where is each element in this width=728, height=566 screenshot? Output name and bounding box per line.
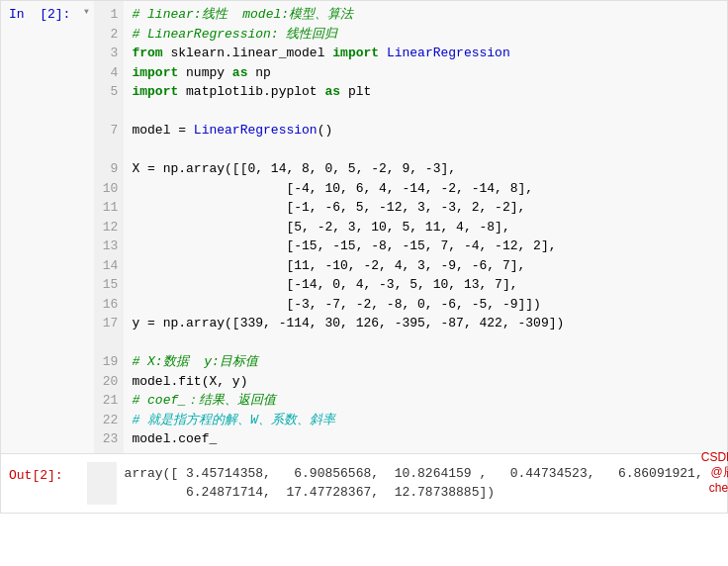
output-line: array([ 3.45714358, 6.90856568, 10.82641… [125, 464, 703, 484]
code-area[interactable]: # linear:线性 model:模型、算法 # LinearRegressi… [124, 1, 727, 453]
code-line: X = np.array([[0, 14, 8, 0, 5, -2, 9, -3… [132, 159, 719, 179]
code-line: [5, -2, 3, 10, 5, 11, 4, -8], [132, 218, 719, 237]
code-line: # X:数据 y:目标值 [132, 352, 719, 372]
code-line: model = LinearRegression() [132, 121, 719, 141]
code-line: # LinearRegression: 线性回归 [132, 25, 719, 45]
notebook-cell: In [2]: ▼ 1 2 3 4 5 7 9 10 11 12 13 14 1… [0, 0, 728, 514]
output-content: array([ 3.45714358, 6.90856568, 10.82641… [117, 462, 711, 505]
code-line: [11, -10, -2, 4, 3, -9, -6, 7], [132, 256, 719, 276]
fold-indicator[interactable]: ▼ [78, 1, 94, 453]
code-line: [-15, -15, -8, -15, 7, -4, -12, 2], [132, 236, 719, 256]
code-line: [-4, 10, 6, 4, -14, -2, -14, 8], [132, 179, 719, 199]
line-numbers: 1 2 3 4 5 7 9 10 11 12 13 14 15 16 17 19… [94, 1, 124, 453]
output-line: 6.24871714, 17.47728367, 12.78738885]) [125, 483, 703, 503]
code-line: import matplotlib.pyplot as plt [132, 82, 719, 102]
fold-triangle: ▼ [84, 7, 89, 16]
code-line: [-1, -6, 5, -12, 3, -3, 2, -2], [132, 198, 719, 218]
code-line: # 就是指方程的解、W、系数、斜率 [132, 411, 719, 430]
code-line: model.fit(X, y) [132, 372, 719, 392]
code-line: model.coef_ [132, 429, 719, 449]
code-line: # linear:线性 model:模型、算法 [132, 5, 719, 25]
code-line: from sklearn.linear_model import LinearR… [132, 44, 719, 63]
cell-input: In [2]: ▼ 1 2 3 4 5 7 9 10 11 12 13 14 1… [1, 1, 727, 454]
code-line: y = np.array([339, -114, 30, 126, -395, … [132, 314, 719, 333]
code-line [132, 102, 719, 122]
code-line: [-3, -7, -2, -8, 0, -6, -5, -9]]) [132, 295, 719, 315]
output-label: Out[2]: [1, 462, 71, 505]
input-label: In [2]: [1, 1, 78, 453]
cell-output: Out[2]: array([ 3.45714358, 6.90856568, … [1, 454, 727, 513]
watermark: CSDN @辰chen [701, 450, 728, 501]
code-line [132, 333, 719, 353]
code-line [132, 141, 719, 160]
code-line: import numpy as np [132, 63, 719, 83]
code-line: # coef_：结果、返回值 [132, 391, 719, 411]
code-line: [-14, 0, 4, -3, 5, 10, 13, 7], [132, 275, 719, 295]
